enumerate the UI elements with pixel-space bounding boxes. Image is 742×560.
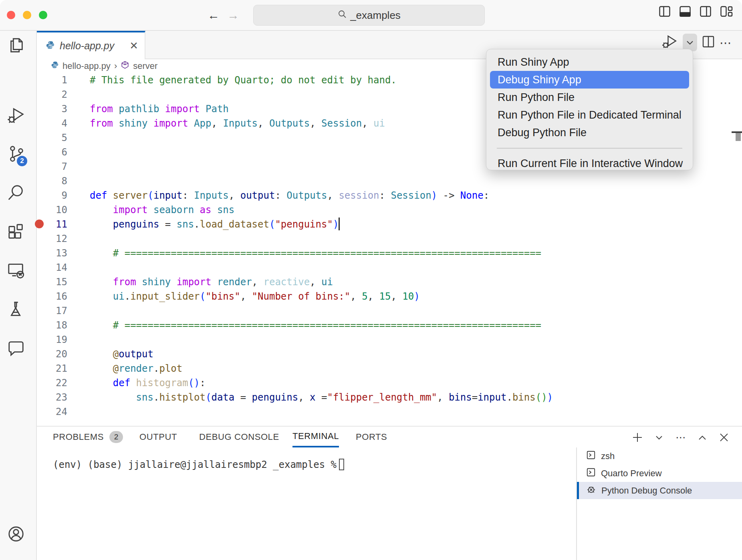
panel-tab-debug-console[interactable]: DEBUG CONSOLE <box>199 427 279 447</box>
code-line[interactable]: 11 penguins = sns.load_dataset("penguins… <box>37 217 742 232</box>
explorer-icon[interactable] <box>7 36 25 54</box>
code-line[interactable]: 12 <box>37 232 742 246</box>
line-number[interactable]: 8 <box>37 174 67 188</box>
code-line[interactable]: 14 <box>37 260 742 275</box>
terminal-content[interactable]: (env) (base) jjallaire@jjallairesmbp2 _e… <box>53 459 344 470</box>
account-icon[interactable] <box>7 525 25 543</box>
run-and-debug-icon[interactable] <box>7 106 25 124</box>
terminal-list-label: Quarto Preview <box>601 468 662 479</box>
code-line[interactable]: 19 <box>37 332 742 347</box>
menu-item-debug-shiny-app[interactable]: Debug Shiny App <box>490 71 689 89</box>
panel-tab-output[interactable]: OUTPUT <box>139 427 177 447</box>
line-number[interactable]: 5 <box>37 131 67 145</box>
line-number[interactable]: 6 <box>37 145 67 159</box>
breadcrumb-symbol[interactable]: server <box>133 61 157 71</box>
line-number[interactable]: 9 <box>37 188 67 203</box>
line-number[interactable]: 3 <box>37 102 67 116</box>
testing-icon[interactable] <box>7 300 25 318</box>
panel-tab-ports[interactable]: PORTS <box>356 427 387 447</box>
maximize-panel-icon[interactable] <box>696 431 708 443</box>
line-number[interactable]: 19 <box>37 332 67 347</box>
panel-tab-problems[interactable]: PROBLEMS 2 <box>53 427 123 447</box>
code-line[interactable]: 24 <box>37 405 742 419</box>
code-line[interactable]: 9def server(input: Inputs, output: Outpu… <box>37 188 742 203</box>
close-tab-icon[interactable]: ✕ <box>129 40 138 52</box>
panel-tab-terminal[interactable]: TERMINAL <box>292 427 339 447</box>
line-number[interactable]: 12 <box>37 232 67 246</box>
minimap-slider[interactable] <box>736 133 741 141</box>
menu-item-run-python-file[interactable]: Run Python File <box>490 89 689 106</box>
debug-console-bug-icon <box>586 484 597 497</box>
close-window-button[interactable] <box>7 11 15 19</box>
line-number[interactable]: 14 <box>37 260 67 275</box>
code-line[interactable]: 18 # ===================================… <box>37 318 742 332</box>
line-number[interactable]: 10 <box>37 203 67 217</box>
close-panel-icon[interactable] <box>718 431 730 443</box>
line-number[interactable]: 20 <box>37 347 67 361</box>
line-number[interactable]: 1 <box>37 73 67 87</box>
toggle-panel-icon[interactable] <box>679 6 691 17</box>
activity-bar: 2 1 <box>0 31 37 560</box>
code-line[interactable]: 21 @render.plot <box>37 361 742 376</box>
panel-tab-label: PORTS <box>356 432 387 442</box>
new-terminal-icon[interactable] <box>631 431 643 443</box>
line-number[interactable]: 24 <box>37 405 67 419</box>
code-line[interactable]: 22 def histogram(): <box>37 376 742 390</box>
code-text: from shiny import render, reactive, ui <box>90 275 333 289</box>
breadcrumb-file[interactable]: hello-app.py <box>63 61 111 71</box>
line-number[interactable]: 13 <box>37 246 67 260</box>
more-actions-icon[interactable]: ⋯ <box>720 36 732 50</box>
terminal-list-item-quarto-preview[interactable]: Quarto Preview <box>577 465 742 482</box>
customize-layout-icon[interactable] <box>720 6 732 17</box>
line-number[interactable]: 22 <box>37 376 67 390</box>
line-number[interactable]: 18 <box>37 318 67 332</box>
line-number[interactable]: 7 <box>37 159 67 174</box>
breadcrumb-separator: › <box>114 61 117 71</box>
code-line[interactable]: 15 from shiny import render, reactive, u… <box>37 275 742 289</box>
extensions-icon[interactable] <box>7 222 25 241</box>
code-line[interactable]: 8 <box>37 174 742 188</box>
back-arrow-icon[interactable]: ← <box>206 8 221 22</box>
terminal-list-label: zsh <box>601 451 615 461</box>
code-line[interactable]: 23 sns.histplot(data = penguins, x ="fli… <box>37 390 742 405</box>
split-editor-icon[interactable] <box>702 35 715 50</box>
source-control-icon[interactable]: 2 <box>7 145 25 163</box>
search-icon <box>337 9 347 22</box>
minimize-window-button[interactable] <box>23 11 31 19</box>
tab-hello-app[interactable]: hello-app.py ✕ <box>37 31 145 59</box>
code-text: sns.histplot(data = penguins, x ="flippe… <box>90 390 553 405</box>
chat-icon[interactable] <box>7 339 25 357</box>
zoom-window-button[interactable] <box>39 11 47 19</box>
menu-item-debug-python-file[interactable]: Debug Python File <box>490 124 689 141</box>
line-number[interactable]: 4 <box>37 116 67 131</box>
line-number[interactable]: 21 <box>37 361 67 376</box>
panel-more-actions-icon[interactable]: ⋯ <box>675 431 687 443</box>
python-file-icon-small <box>51 61 59 71</box>
toggle-primary-sidebar-icon[interactable] <box>659 6 670 17</box>
code-line[interactable]: 13 # ===================================… <box>37 246 742 260</box>
terminal-list-item-zsh[interactable]: zsh <box>577 447 742 465</box>
line-number[interactable]: 17 <box>37 304 67 318</box>
search-sidebar-icon[interactable] <box>7 183 25 202</box>
breakpoint-dot[interactable] <box>35 220 44 228</box>
menu-item-run-python-file-dedicated-terminal[interactable]: Run Python File in Dedicated Terminal <box>490 106 689 124</box>
command-center-search[interactable]: _examples <box>253 5 485 26</box>
code-line[interactable]: 17 <box>37 304 742 318</box>
terminal-list-item-python-debug-console[interactable]: Python Debug Console <box>577 482 742 499</box>
toggle-secondary-sidebar-icon[interactable] <box>700 6 711 17</box>
code-line[interactable]: 10 import seaborn as sns <box>37 203 742 217</box>
terminal-list-label: Python Debug Console <box>601 485 692 496</box>
menu-item-run-shiny-app[interactable]: Run Shiny App <box>490 53 689 71</box>
code-line[interactable]: 16 ui.input_slider("bins", "Number of bi… <box>37 289 742 304</box>
line-number[interactable]: 2 <box>37 87 67 102</box>
remote-explorer-icon[interactable] <box>7 261 25 280</box>
code-line[interactable]: 20 @output <box>37 347 742 361</box>
line-number[interactable]: 23 <box>37 390 67 405</box>
menu-item-run-current-file-interactive-window[interactable]: Run Current File in Interactive Window <box>490 155 689 172</box>
terminal-profile-chevron-icon[interactable] <box>653 431 665 443</box>
forward-arrow-icon[interactable]: → <box>226 8 240 22</box>
symbol-cube-icon <box>121 60 129 72</box>
line-number[interactable]: 15 <box>37 275 67 289</box>
line-number[interactable]: 16 <box>37 289 67 304</box>
menu-separator <box>497 148 682 149</box>
